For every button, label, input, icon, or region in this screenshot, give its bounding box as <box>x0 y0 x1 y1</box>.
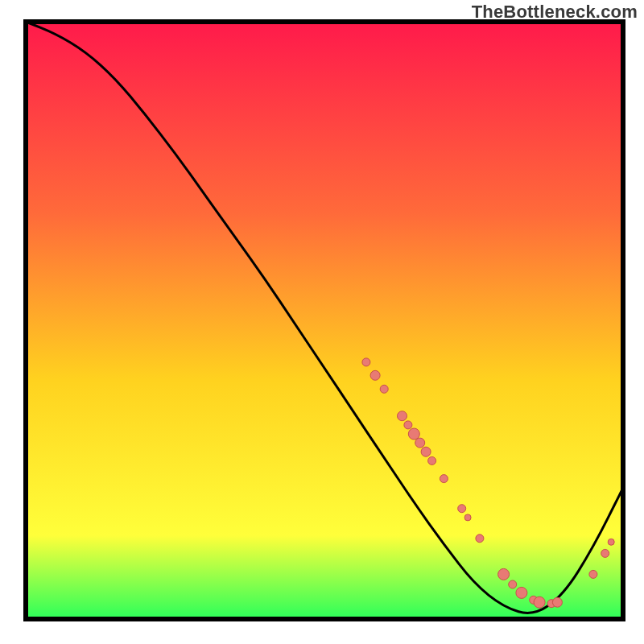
data-dot <box>404 421 412 429</box>
data-dot <box>608 539 614 545</box>
data-dot <box>534 597 545 608</box>
data-dot <box>415 438 425 448</box>
chart-container: TheBottleneck.com <box>0 0 644 644</box>
data-dot <box>498 568 510 580</box>
data-dot <box>516 587 527 598</box>
data-dot <box>509 580 517 588</box>
data-dot <box>398 411 407 421</box>
data-dot <box>464 514 471 521</box>
data-dot <box>458 505 466 513</box>
plot-background <box>26 22 623 619</box>
data-dot <box>476 535 484 543</box>
data-dot <box>362 358 370 366</box>
watermark-text: TheBottleneck.com <box>472 2 638 23</box>
data-dot <box>440 475 448 483</box>
data-dot <box>421 447 431 456</box>
data-dot <box>408 428 419 440</box>
data-dot <box>552 597 562 607</box>
data-dot <box>380 385 388 393</box>
data-dot <box>370 370 380 380</box>
data-dot <box>428 456 436 464</box>
bottleneck-curve-chart <box>0 0 644 644</box>
data-dot <box>589 570 597 578</box>
data-dot <box>601 549 609 557</box>
